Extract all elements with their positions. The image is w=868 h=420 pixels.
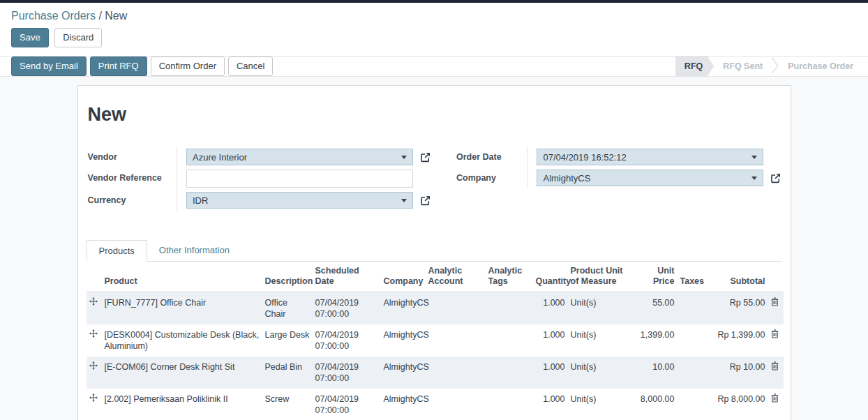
company-value: AlmightyCS — [543, 173, 590, 183]
cell-company[interactable]: AlmightyCS — [381, 324, 426, 357]
cell-quantity[interactable]: 1.000 — [533, 389, 568, 420]
col-unit-price[interactable]: Unit Price — [634, 263, 678, 292]
drag-handle-icon[interactable] — [89, 361, 98, 370]
chevron-down-icon — [401, 156, 407, 159]
cell-scheduled-date[interactable]: 07/04/2019 07:00:00 — [313, 357, 381, 389]
cell-subtotal[interactable]: Rp 8,000.00 — [710, 389, 768, 420]
cell-uom[interactable]: Unit(s) — [568, 324, 634, 357]
col-quantity[interactable]: Quantity — [533, 263, 568, 292]
cell-analytic-tags[interactable] — [486, 292, 533, 325]
discard-button[interactable]: Discard — [54, 28, 102, 47]
cell-company[interactable]: AlmightyCS — [381, 389, 426, 420]
cell-uom[interactable]: Unit(s) — [568, 292, 634, 325]
cell-analytic-tags[interactable] — [486, 357, 533, 389]
cell-product[interactable]: [DESK0004] Customizable Desk (Black, Alu… — [102, 324, 262, 357]
right-field-group: Order Date 07/04/2019 16:52:12 Company A… — [440, 147, 782, 188]
breadcrumb-divider: / — [98, 10, 101, 22]
cell-unit-price[interactable]: 55.00 — [634, 292, 678, 325]
drag-handle-icon[interactable] — [89, 329, 98, 338]
cell-description[interactable]: Office Chair — [262, 292, 313, 325]
handle-column-header — [87, 263, 102, 292]
cell-uom[interactable]: Unit(s) — [568, 389, 634, 420]
record-title: New — [88, 104, 781, 126]
cell-subtotal[interactable]: Rp 55.00 — [710, 292, 768, 325]
cell-analytic-account[interactable] — [426, 357, 486, 389]
cell-analytic-tags[interactable] — [486, 389, 533, 420]
cell-analytic-account[interactable] — [426, 292, 486, 325]
cancel-button[interactable]: Cancel — [228, 57, 273, 76]
col-uom[interactable]: Product Unit of Measure — [568, 263, 634, 292]
chevron-right-icon — [772, 56, 779, 77]
order-date-select[interactable]: 07/04/2019 16:52:12 — [537, 149, 763, 165]
status-step-rfq[interactable]: RFQ — [675, 57, 714, 76]
cell-taxes[interactable] — [678, 292, 710, 325]
breadcrumb-current: New — [105, 10, 127, 22]
vendor-reference-input[interactable] — [186, 170, 413, 188]
col-scheduled-date[interactable]: Scheduled Date — [313, 263, 381, 292]
cell-description[interactable]: Pedal Bin — [262, 357, 313, 389]
print-rfq-button[interactable]: Print RFQ — [90, 57, 147, 76]
status-step-purchase-order[interactable]: Purchase Order — [779, 57, 862, 76]
cell-unit-price[interactable]: 8,000.00 — [634, 389, 678, 420]
workflow-buttons: Send by Email Print RFQ Confirm Order Ca… — [11, 57, 276, 76]
form-statusbar: Send by Email Print RFQ Confirm Order Ca… — [0, 57, 868, 77]
tab-products[interactable]: Products — [87, 240, 147, 262]
cell-taxes[interactable] — [678, 324, 710, 357]
delete-line-icon[interactable] — [771, 393, 779, 403]
cell-subtotal[interactable]: Rp 10.00 — [710, 357, 768, 389]
cell-subtotal[interactable]: Rp 1,399.00 — [710, 324, 768, 357]
cell-scheduled-date[interactable]: 07/04/2019 07:00:00 — [313, 292, 381, 325]
cell-product[interactable]: [FURN_7777] Office Chair — [102, 292, 262, 325]
vendor-select[interactable]: Azure Interior — [186, 149, 413, 165]
drag-handle-icon[interactable] — [89, 297, 98, 306]
cell-quantity[interactable]: 1.000 — [533, 357, 568, 389]
delete-column-header — [768, 263, 784, 292]
vendor-external-link-icon[interactable] — [419, 151, 431, 163]
col-company[interactable]: Company — [381, 263, 426, 292]
cell-quantity[interactable]: 1.000 — [533, 292, 568, 325]
currency-label: Currency — [88, 190, 177, 211]
cell-uom[interactable]: Unit(s) — [568, 357, 634, 389]
cell-unit-price[interactable]: 10.00 — [634, 357, 678, 389]
cell-scheduled-date[interactable]: 07/04/2019 07:00:00 — [313, 324, 381, 357]
currency-select[interactable]: IDR — [186, 192, 413, 209]
cell-product[interactable]: [2.002] Pemeriksaan Poliklinik II — [102, 389, 262, 420]
cell-analytic-account[interactable] — [426, 389, 486, 420]
cell-taxes[interactable] — [678, 389, 710, 420]
cell-description[interactable]: Screw — [262, 389, 313, 420]
company-external-link-icon[interactable] — [770, 172, 781, 184]
status-steps: RFQ RFQ Sent Purchase Order — [675, 57, 862, 76]
col-analytic-account[interactable]: Analytic Account — [426, 263, 486, 292]
breadcrumb-purchase-orders-link[interactable]: Purchase Orders — [11, 10, 96, 22]
order-date-value: 07/04/2019 16:52:12 — [543, 152, 626, 163]
control-panel-buttons: Save Discard — [0, 25, 868, 57]
cell-company[interactable]: AlmightyCS — [381, 357, 426, 389]
tab-other-information[interactable]: Other Information — [147, 240, 241, 261]
status-step-rfq-sent[interactable]: RFQ Sent — [714, 57, 772, 76]
drag-handle-icon[interactable] — [89, 393, 98, 402]
save-button[interactable]: Save — [11, 28, 49, 47]
cell-analytic-tags[interactable] — [486, 324, 533, 357]
col-product[interactable]: Product — [102, 263, 262, 292]
cell-scheduled-date[interactable]: 07/04/2019 07:00:00 — [313, 389, 381, 420]
send-by-email-button[interactable]: Send by Email — [11, 57, 87, 76]
cell-product[interactable]: [E-COM06] Corner Desk Right Sit — [102, 357, 262, 389]
col-description[interactable]: Description — [262, 263, 313, 292]
delete-line-icon[interactable] — [771, 361, 779, 370]
cell-unit-price[interactable]: 1,399.00 — [634, 324, 678, 357]
cell-analytic-account[interactable] — [426, 324, 486, 357]
cell-taxes[interactable] — [678, 357, 710, 389]
left-field-group: Vendor Azure Interior Vendor Reference — [88, 147, 431, 211]
order-line-row: [DESK0004] Customizable Desk (Black, Alu… — [87, 324, 784, 357]
company-select[interactable]: AlmightyCS — [537, 170, 763, 186]
cell-quantity[interactable]: 1.000 — [533, 324, 568, 357]
delete-line-icon[interactable] — [771, 329, 779, 338]
col-taxes[interactable]: Taxes — [678, 263, 710, 292]
cell-company[interactable]: AlmightyCS — [381, 292, 426, 325]
delete-line-icon[interactable] — [771, 297, 779, 306]
col-subtotal[interactable]: Subtotal — [710, 263, 768, 292]
cell-description[interactable]: Large Desk — [262, 324, 313, 357]
confirm-order-button[interactable]: Confirm Order — [151, 57, 225, 76]
currency-external-link-icon[interactable] — [419, 195, 431, 207]
col-analytic-tags[interactable]: Analytic Tags — [486, 263, 533, 292]
